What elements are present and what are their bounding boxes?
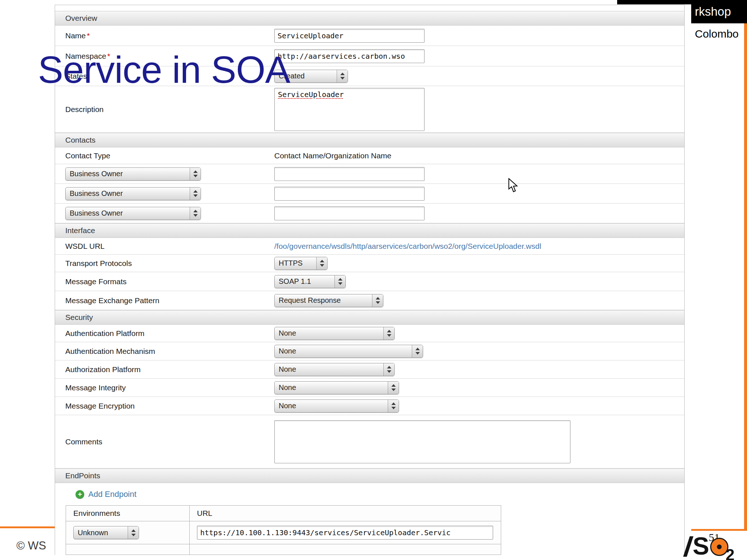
contact-type-header: Contact Type (55, 151, 274, 160)
auth-platform-label: Authentication Platform (55, 329, 274, 338)
section-header-security: Security (55, 310, 684, 325)
stepper-icon (337, 70, 348, 82)
authz-platform-label: Authorization Platform (55, 365, 274, 374)
contact-name-input[interactable] (274, 167, 425, 181)
stepper-icon (128, 526, 139, 539)
stepper-icon (372, 294, 383, 307)
contact-name-input[interactable] (274, 206, 425, 220)
contact-row: Business Owner (55, 204, 684, 223)
name-label: Name* (55, 31, 274, 40)
orange-bottom-right-border (691, 529, 747, 531)
transport-dropdown[interactable]: HTTPS (274, 257, 328, 270)
orange-bottom-left-border (0, 526, 55, 528)
contact-type-dropdown[interactable]: Business Owner (65, 167, 201, 181)
interface-header-label: Interface (65, 226, 95, 235)
stepper-icon (388, 382, 399, 394)
endpoint-url-input[interactable] (197, 526, 493, 540)
formats-label: Message Formats (55, 277, 274, 286)
auth-platform-row: Authentication Platform None (55, 325, 684, 342)
section-header-interface: Interface (55, 223, 684, 238)
contact-name-input[interactable] (274, 187, 425, 201)
comments-textarea[interactable] (274, 420, 570, 463)
contact-type-dropdown[interactable]: Business Owner (65, 187, 201, 200)
logo-stroke (683, 536, 693, 557)
stepper-icon (383, 363, 394, 376)
msg-encryption-row: Message Encryption None (55, 397, 684, 415)
wsdl-row: WSDL URL /foo/governance/wsdls/http/aars… (55, 238, 684, 255)
transport-label: Transport Protocols (55, 259, 274, 268)
stepper-icon (383, 327, 394, 340)
wsdl-label: WSDL URL (55, 242, 274, 251)
contact-type-dropdown[interactable]: Business Owner (65, 207, 201, 220)
mep-value: Request Response (279, 296, 341, 305)
contact-type-value: Business Owner (70, 189, 123, 198)
msg-integrity-row: Message Integrity None (55, 379, 684, 397)
stepper-icon (334, 275, 345, 288)
slide-canvas: Overview Name* Namespace* States Created (0, 0, 747, 560)
contact-name-header: Contact Name/Organization Name (274, 151, 391, 160)
comments-label: Comments (55, 437, 274, 446)
slide-title: Service in SOA (38, 48, 290, 92)
formats-value: SOAP 1.1 (279, 277, 311, 286)
mep-row: Message Exchange Pattern Request Respons… (55, 291, 684, 310)
endpoints-header-label: EndPoints (65, 471, 100, 480)
formats-dropdown[interactable]: SOAP 1.1 (274, 275, 346, 288)
section-header-overview: Overview (55, 11, 684, 26)
security-header-label: Security (65, 313, 93, 322)
endpoints-table: Environments URL Unknown (66, 506, 684, 555)
stepper-icon (190, 168, 201, 180)
mep-label: Message Exchange Pattern (55, 296, 274, 305)
event-banner: rkshop Colombo (691, 0, 747, 45)
logo-letter: S (693, 533, 709, 558)
banner-location-label: Colombo (691, 23, 747, 45)
description-textarea[interactable]: ServiceUploader (274, 88, 425, 131)
contact-row: Business Owner (55, 164, 684, 184)
msg-encryption-dropdown[interactable]: None (274, 399, 399, 413)
comments-row: Comments (55, 415, 684, 468)
auth-mechanism-row: Authentication Mechanism None (55, 342, 684, 360)
section-header-contacts: Contacts (55, 133, 684, 147)
contacts-column-header-row: Contact Type Contact Name/Organization N… (55, 147, 684, 164)
copyright-text: © WS (16, 539, 46, 552)
section-header-endpoints: EndPoints (55, 468, 684, 483)
contacts-header-label: Contacts (65, 136, 96, 144)
environment-value: Unknown (78, 529, 108, 537)
orange-right-border (744, 21, 747, 530)
authz-platform-row: Authorization Platform None (55, 360, 684, 379)
endpoint-row-partial (66, 544, 684, 555)
description-label: Description (55, 105, 274, 114)
auth-mechanism-dropdown[interactable]: None (274, 345, 423, 358)
wso2-logo: S 2 (686, 533, 735, 560)
transport-row: Transport Protocols HTTPS (55, 255, 684, 272)
environment-dropdown[interactable]: Unknown (73, 526, 139, 539)
transport-value: HTTPS (279, 259, 303, 267)
stepper-icon (412, 345, 423, 358)
auth-mechanism-label: Authentication Mechanism (55, 347, 274, 356)
msg-integrity-label: Message Integrity (55, 383, 274, 392)
add-endpoint-link[interactable]: + Add Endpoint (76, 490, 136, 499)
mouse-cursor-icon (508, 178, 521, 193)
msg-encryption-label: Message Encryption (55, 402, 274, 410)
name-row: Name* (55, 26, 684, 46)
description-row: Description ServiceUploader (55, 86, 684, 133)
contact-type-value: Business Owner (70, 170, 123, 178)
add-endpoint-row: + Add Endpoint (55, 483, 684, 506)
stepper-icon (316, 257, 327, 270)
stepper-icon (388, 400, 399, 412)
auth-platform-dropdown[interactable]: None (274, 327, 395, 340)
stepper-icon (190, 207, 201, 220)
name-input[interactable] (274, 29, 425, 43)
authz-platform-dropdown[interactable]: None (274, 363, 395, 376)
mep-dropdown[interactable]: Request Response (274, 294, 383, 307)
banner-workshop-label: rkshop (691, 0, 747, 23)
wsdl-url-link[interactable]: /foo/governance/wsdls/http/aarservices/c… (274, 242, 541, 251)
add-endpoint-label: Add Endpoint (88, 490, 136, 499)
contact-type-value: Business Owner (70, 209, 123, 217)
msg-integrity-dropdown[interactable]: None (274, 381, 399, 394)
endpoint-row: Unknown (66, 521, 684, 544)
url-column-header: URL (189, 505, 501, 521)
contact-row: Business Owner (55, 184, 684, 204)
namespace-input[interactable] (274, 49, 425, 63)
plus-icon: + (76, 490, 84, 499)
stepper-icon (190, 188, 201, 200)
